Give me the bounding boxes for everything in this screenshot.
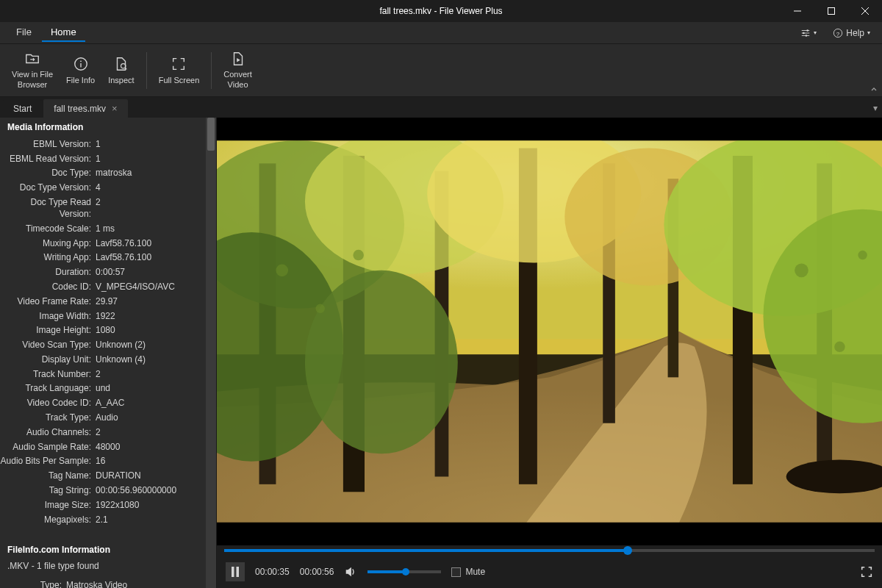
window-title: fall trees.mkv - File Viewer Plus [379,6,502,16]
volume-handle[interactable] [402,568,409,576]
info-label: Doc Type: [0,167,96,179]
current-time: 00:00:35 [255,567,290,577]
volume-button[interactable] [344,565,357,578]
scrollbar-thumb[interactable] [207,118,215,151]
info-label: Video Scan Type: [0,339,96,351]
seek-handle[interactable] [623,546,632,555]
info-label: EBML Read Version: [0,153,96,165]
svg-point-39 [315,304,324,313]
chevron-down-icon: ▾ [814,29,817,36]
svg-point-42 [834,342,845,353]
info-row: Image Size:1922x1080 [0,498,206,512]
info-row: Doc Type Read Version:2 [0,195,206,221]
pause-icon [231,567,240,577]
total-time: 00:00:56 [300,567,334,577]
info-label: Megapixels: [0,514,96,526]
info-label: Timecode Scale: [0,223,96,234]
info-value: 2 [96,196,101,220]
info-value: Unknown (4) [96,354,146,365]
full-screen-button[interactable]: Full Screen [153,49,206,93]
info-label: Duration: [0,266,96,278]
toolbar: View in File Browser File Info Inspect F… [0,44,882,97]
svg-rect-44 [217,118,882,140]
tab-bar: Start fall trees.mkv × ▾ [0,97,882,118]
info-value: 2.1 [96,514,108,526]
info-value: 1 ms [96,223,115,234]
info-value: 48000 [96,441,120,453]
toolbar-divider [211,52,212,89]
info-row: Image Height:1080 [0,323,206,338]
svg-point-41 [795,264,808,278]
close-button[interactable] [848,0,882,22]
checkbox-icon [451,567,461,577]
info-value: Matroska Video [66,579,127,588]
info-label: Video Frame Rate: [0,295,96,307]
file-info-button[interactable]: File Info [60,49,101,93]
info-label: Codec ID: [0,281,96,293]
svg-point-8 [803,32,805,34]
info-label: Image Size: [0,499,96,511]
info-sidebar: Media Information EBML Version:1EBML Rea… [0,118,217,588]
seek-bar[interactable] [224,549,875,552]
info-label: Type: [0,579,66,588]
info-row: Video Codec ID:A_AAC [0,395,206,410]
view-in-file-browser-button[interactable]: View in File Browser [6,49,59,93]
main-area: Media Information EBML Version:1EBML Rea… [0,118,882,588]
titlebar: fall trees.mkv - File Viewer Plus [0,0,882,22]
sidebar-scrollbar[interactable] [206,118,216,588]
minimize-button[interactable] [781,0,814,22]
maximize-button[interactable] [814,0,848,22]
inspect-button[interactable]: Inspect [102,49,140,93]
info-label: Track Type: [0,412,96,423]
menu-home[interactable]: Home [42,24,85,42]
sliders-icon [800,28,811,38]
folder-arrow-icon [24,51,41,67]
info-value: matroska [96,167,132,179]
svg-rect-45 [217,523,882,545]
menu-file[interactable]: File [7,24,40,42]
info-value: Lavf58.76.100 [96,251,151,263]
convert-video-button[interactable]: Convert Video [218,49,258,93]
info-icon [72,55,90,73]
tab-file[interactable]: fall trees.mkv × [43,99,127,118]
video-area: 00:00:35 00:00:56 Mute [217,118,882,588]
video-display[interactable] [217,118,882,545]
tab-start[interactable]: Start [3,100,42,118]
info-row: Track Type:Audio [0,410,206,425]
mute-checkbox[interactable]: Mute [451,567,485,577]
volume-slider[interactable] [368,570,441,573]
info-row: Tag Name:DURATION [0,468,206,483]
info-label: Track Language: [0,382,96,394]
menubar: File Home ▾ ? Help ▾ [0,22,882,44]
pause-button[interactable] [226,562,245,581]
info-value: und [96,382,110,394]
info-value: 1922 [96,310,115,322]
info-row: Duration:0:00:57 [0,265,206,279]
fullscreen-button[interactable] [860,565,873,578]
info-value: Unknown (2) [96,339,146,351]
info-row: Video Scan Type:Unknown (2) [0,337,206,352]
info-value: 1080 [96,324,115,336]
seek-fill [224,549,628,552]
info-label: Image Height: [0,324,96,336]
video-frame-image [217,118,882,545]
help-button[interactable]: ? Help ▾ [828,26,875,40]
tabs-dropdown-button[interactable]: ▾ [873,103,878,113]
chevron-down-icon: ▾ [867,29,870,36]
info-label: Tag String: [0,484,96,496]
tab-close-button[interactable]: × [112,103,118,114]
info-value: 00:00:56.960000000 [96,484,176,496]
fileinfo-subheader: .MKV - 1 file type found [0,559,206,573]
info-row: Muxing App:Lavf58.76.100 [0,236,206,251]
info-row: Doc Type Version:4 [0,180,206,195]
info-label: Muxing App: [0,237,96,249]
expand-icon [860,565,873,578]
info-label: Audio Sample Rate: [0,441,96,453]
info-label: EBML Version: [0,138,96,150]
info-value: Audio [96,412,118,423]
svg-point-7 [807,29,809,32]
progress-bar-container [217,545,882,556]
collapse-ribbon-button[interactable] [870,86,878,93]
settings-button[interactable]: ▾ [796,26,821,40]
svg-rect-47 [237,567,240,577]
